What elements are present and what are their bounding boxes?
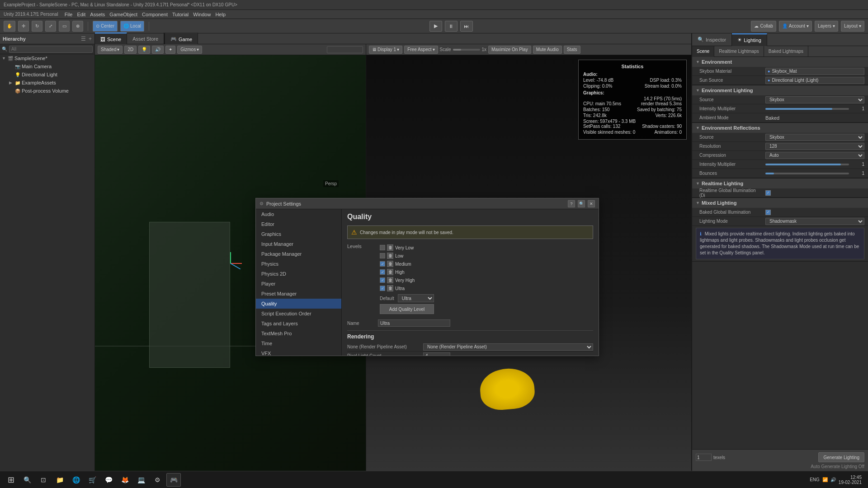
environment-header[interactable]: ▼ Environment (692, 57, 868, 67)
taskbar-vscode[interactable]: 💻 (134, 473, 148, 487)
taskbar-search[interactable]: 🔍 (20, 473, 34, 487)
settings-vfx[interactable]: VFX (256, 348, 341, 356)
settings-physics-2d[interactable]: Physics 2D (256, 269, 341, 279)
tool-transform[interactable]: ⊕ (72, 21, 83, 32)
level-high-check[interactable]: ✓ (380, 269, 385, 275)
realtime-lighting-header[interactable]: ▼ Realtime Lighting (692, 178, 868, 188)
menu-file[interactable]: File (63, 12, 75, 17)
layout-btn[interactable]: Layout ▾ (841, 21, 864, 32)
tab-scene[interactable]: 🖼 Scene (95, 33, 127, 45)
compression-select[interactable]: Auto (765, 152, 864, 159)
settings-physics[interactable]: Physics (256, 259, 341, 269)
tab-game[interactable]: 🎮 Game (165, 33, 198, 45)
settings-editor[interactable]: Editor (256, 219, 341, 229)
tree-example-assets[interactable]: ▶ 📁 ExampleAssets (0, 79, 94, 87)
menu-component[interactable]: Component (140, 12, 170, 17)
realtime-gi-checkbox[interactable]: ✓ (765, 190, 771, 196)
taskbar-settings-app[interactable]: ⚙ (150, 473, 165, 487)
generate-lighting-btn[interactable]: Generate Lighting (818, 452, 864, 462)
scale-slider[interactable] (453, 49, 480, 51)
lighting-subtab-realtime[interactable]: Realtime Lightmaps (714, 46, 764, 57)
stats-btn[interactable]: Stats (564, 46, 580, 54)
level-very-low-delete[interactable]: 🗑 (387, 244, 393, 251)
lighting-subtab-baked[interactable]: Baked Lightmaps (764, 46, 808, 57)
intensity-slider[interactable] (765, 108, 849, 110)
level-high-delete[interactable]: 🗑 (387, 269, 393, 275)
tool-hand[interactable]: ✋ (4, 21, 15, 32)
refl-source-select[interactable]: Skybox (765, 134, 864, 141)
settings-tags-layers[interactable]: Tags and Layers (256, 319, 341, 328)
audio-btn[interactable]: 🔊 (152, 46, 164, 54)
taskbar-time[interactable]: 12:45 19-02-2021 (839, 475, 862, 485)
tree-directional-light[interactable]: 💡 Directional Light (0, 70, 94, 79)
gizmos-btn[interactable]: Gizmos ▾ (177, 46, 202, 54)
env-lighting-header[interactable]: ▼ Environment Lighting (692, 85, 868, 95)
lighting-subtab-scene[interactable]: Scene (692, 46, 714, 57)
settings-graphics[interactable]: Graphics (256, 229, 341, 239)
settings-help-btn[interactable]: ? (568, 200, 575, 207)
menu-tutorial[interactable]: Tutorial (170, 12, 190, 17)
layers-btn[interactable]: Layers ▾ (815, 21, 838, 32)
hierarchy-add-icon[interactable]: + (89, 36, 92, 42)
tree-samplescene[interactable]: ▼ 🎬 SampleScene* (0, 54, 94, 62)
sun-field[interactable]: ● Directional Light (Light) (765, 77, 864, 84)
pause-btn[interactable]: ⏸ (445, 21, 458, 32)
pivot-btn[interactable]: ⊙ Center (93, 21, 118, 32)
level-medium-delete[interactable]: 🗑 (387, 261, 393, 267)
name-input[interactable] (378, 319, 450, 327)
tool-scale[interactable]: ⤢ (45, 21, 56, 32)
menu-help[interactable]: Help (213, 12, 227, 17)
settings-audio[interactable]: Audio (256, 209, 341, 219)
account-btn[interactable]: 👤 Account ▾ (779, 21, 812, 32)
collab-btn[interactable]: ☁ Collab (751, 21, 776, 32)
bounces-slider[interactable] (765, 173, 849, 174)
level-medium-check[interactable]: ✓ (380, 261, 385, 267)
level-very-low-check[interactable] (380, 245, 385, 250)
lighting-btn[interactable]: 💡 (138, 46, 150, 54)
settings-player[interactable]: Player (256, 279, 341, 289)
level-ultra-check[interactable]: ✓ (380, 286, 385, 291)
taskbar-mail[interactable]: 💬 (101, 473, 116, 487)
taskbar-unity[interactable]: 🎮 (166, 473, 181, 487)
level-low-check[interactable] (380, 253, 385, 258)
scene-search-input[interactable] (327, 46, 363, 53)
refl-intensity-slider[interactable] (765, 164, 849, 165)
source-select[interactable]: Skybox (765, 96, 864, 103)
hierarchy-menu-icon[interactable]: ☰ (81, 36, 86, 42)
add-quality-level-btn[interactable]: Add Quality Level (380, 304, 434, 314)
taskbar-firefox[interactable]: 🦊 (118, 473, 132, 487)
level-low-delete[interactable]: 🗑 (387, 253, 393, 259)
tool-rect[interactable]: ▭ (59, 21, 70, 32)
skybox-field[interactable]: ● Skybox_Mat (765, 68, 864, 75)
tree-main-camera[interactable]: 📷 Main Camera (0, 62, 94, 70)
resolution-select[interactable]: 128 (765, 143, 864, 150)
settings-quality[interactable]: Quality (256, 299, 341, 309)
step-btn[interactable]: ⏭ (460, 21, 473, 32)
taskbar-store[interactable]: 🛒 (85, 473, 99, 487)
settings-script-exec[interactable]: Script Execution Order (256, 309, 341, 319)
tool-rotate[interactable]: ↻ (32, 21, 42, 32)
level-very-high-delete[interactable]: 🗑 (387, 277, 393, 283)
tab-lighting[interactable]: ☀ Lighting (732, 33, 767, 46)
tab-asset-store[interactable]: Asset Store (127, 33, 164, 45)
fx-btn[interactable]: ✦ (165, 46, 175, 54)
settings-preset-manager[interactable]: Preset Manager (256, 289, 341, 299)
settings-package-manager[interactable]: Package Manager (256, 249, 341, 259)
display-btn[interactable]: 🖥 Display 1 ▾ (369, 46, 402, 54)
mixed-lighting-header[interactable]: ▼ Mixed Lighting (692, 198, 868, 208)
mode-2d-btn[interactable]: 2D (124, 46, 137, 54)
tab-inspector[interactable]: 🔍 Inspector (692, 33, 732, 46)
texels-input[interactable] (696, 454, 712, 461)
level-very-high-check[interactable]: ✓ (380, 277, 385, 283)
settings-time[interactable]: Time (256, 338, 341, 348)
pixel-light-input[interactable] (423, 352, 450, 356)
default-select[interactable]: Ultra (398, 294, 434, 302)
menu-window[interactable]: Window (191, 12, 212, 17)
settings-close-btn[interactable]: ✕ (588, 200, 595, 207)
lighting-mode-select[interactable]: Shadowmask (765, 218, 864, 225)
aspect-btn[interactable]: Free Aspect ▾ (404, 46, 438, 54)
menu-edit[interactable]: Edit (75, 12, 87, 17)
taskbar-file-explorer[interactable]: 📁 (52, 473, 67, 487)
settings-textmesh[interactable]: TextMesh Pro (256, 328, 341, 338)
tree-post-process[interactable]: 📦 Post-process Volume (0, 87, 94, 95)
